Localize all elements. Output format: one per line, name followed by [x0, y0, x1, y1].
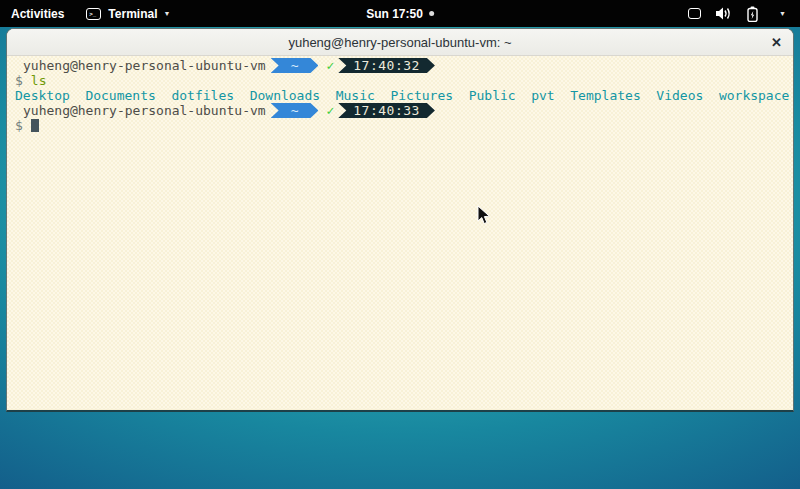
- time-segment: 17:40:32: [338, 58, 435, 73]
- tray-chevron-down-icon: ▼: [779, 10, 786, 17]
- directory-name: Desktop: [15, 88, 70, 103]
- directory-name: Videos: [656, 88, 703, 103]
- directory-name: Templates: [570, 88, 640, 103]
- directory-name: Public: [469, 88, 516, 103]
- cwd-segment: ~: [271, 58, 319, 73]
- terminal-cursor: [31, 119, 39, 132]
- close-icon[interactable]: ✕: [771, 36, 782, 49]
- app-menu-label: Terminal: [108, 7, 157, 21]
- volume-icon: [716, 7, 732, 20]
- system-tray[interactable]: ▼: [688, 0, 800, 27]
- window-titlebar[interactable]: yuheng@henry-personal-ubuntu-vm: ~ ✕: [7, 29, 793, 56]
- directory-name: Music: [336, 88, 375, 103]
- command-line-2[interactable]: $: [15, 118, 793, 133]
- directory-name: dotfiles: [171, 88, 234, 103]
- app-menu[interactable]: >_ Terminal ▼: [75, 0, 181, 27]
- prompt-user: yuheng@henry-personal-ubuntu-vm: [15, 58, 266, 73]
- terminal-content[interactable]: yuheng@henry-personal-ubuntu-vm ~ ✓ 17:4…: [7, 56, 793, 409]
- status-check-icon: ✓: [326, 103, 334, 118]
- directory-name: workspace: [719, 88, 789, 103]
- terminal-window: yuheng@henry-personal-ubuntu-vm: ~ ✕ yuh…: [6, 28, 794, 412]
- cwd-segment: ~: [271, 103, 319, 118]
- clock-label: Sun 17:50: [366, 7, 423, 21]
- prompt-line-2: yuheng@henry-personal-ubuntu-vm ~ ✓ 17:4…: [15, 103, 793, 118]
- time-label: 17:40:33: [353, 103, 420, 118]
- clock-button[interactable]: Sun 17:50: [366, 0, 434, 27]
- ls-output-line: Desktop Documents dotfiles Downloads Mus…: [15, 88, 793, 103]
- prompt-user: yuheng@henry-personal-ubuntu-vm: [15, 103, 266, 118]
- status-check-icon: ✓: [326, 58, 334, 73]
- window-title: yuheng@henry-personal-ubuntu-vm: ~: [288, 35, 511, 50]
- chevron-down-icon: ▼: [163, 10, 170, 17]
- prompt-line-1: yuheng@henry-personal-ubuntu-vm ~ ✓ 17:4…: [15, 58, 793, 73]
- command-line-1: $ ls: [15, 73, 793, 88]
- command-text: ls: [31, 73, 47, 88]
- prompt-symbol: $: [15, 73, 23, 88]
- time-segment: 17:40:33: [338, 103, 435, 118]
- mouse-pointer-icon: [477, 205, 491, 225]
- directory-name: pvt: [531, 88, 554, 103]
- battery-charging-icon: [747, 6, 758, 22]
- screen-icon: [688, 8, 701, 19]
- directory-name: Pictures: [390, 88, 453, 103]
- prompt-symbol: $: [15, 118, 23, 133]
- cwd-label: ~: [291, 103, 299, 118]
- time-label: 17:40:32: [353, 58, 420, 73]
- terminal-icon: >_: [86, 8, 101, 20]
- top-bar: Activities >_ Terminal ▼ Sun 17:50 ▼: [0, 0, 800, 27]
- activities-button[interactable]: Activities: [0, 0, 75, 27]
- directory-name: Documents: [85, 88, 155, 103]
- cwd-label: ~: [291, 58, 299, 73]
- directory-name: Downloads: [250, 88, 320, 103]
- notification-dot-icon: [429, 11, 434, 16]
- terminal-icon-glyph: >_: [89, 11, 96, 17]
